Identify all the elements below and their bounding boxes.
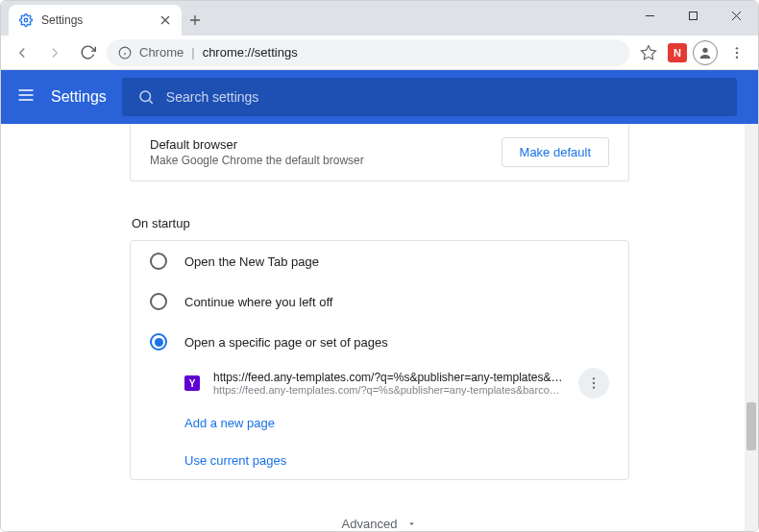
omnibox-chip: Chrome (139, 45, 184, 60)
radio-label: Open the New Tab page (184, 254, 319, 269)
forward-button[interactable] (41, 39, 68, 66)
add-new-page-link[interactable]: Add a new page (131, 404, 628, 442)
menu-button[interactable] (723, 39, 750, 66)
back-button[interactable] (9, 39, 36, 66)
settings-header: Settings (1, 70, 758, 124)
address-bar: Chrome | chrome://settings N (1, 36, 758, 70)
advanced-label: Advanced (342, 517, 398, 531)
svg-point-6 (702, 47, 707, 52)
scrollbar-thumb[interactable] (747, 402, 756, 450)
more-actions-button[interactable] (578, 368, 609, 399)
info-icon (118, 46, 132, 60)
close-icon[interactable] (159, 13, 172, 27)
profile-button[interactable] (693, 40, 718, 65)
advanced-toggle[interactable]: Advanced (130, 499, 629, 532)
close-window-button[interactable] (715, 1, 758, 30)
page-title: Settings (51, 88, 107, 106)
svg-marker-5 (642, 45, 656, 59)
svg-point-17 (593, 387, 595, 389)
radio-icon-selected (150, 333, 167, 351)
window-controls (628, 1, 758, 30)
new-tab-button[interactable] (182, 7, 208, 34)
page-url-main: https://feed.any-templates.com/?q=%s&pub… (213, 371, 565, 384)
reload-button[interactable] (74, 39, 101, 66)
startup-option-new-tab[interactable]: Open the New Tab page (131, 241, 628, 281)
extension-icon[interactable]: N (668, 43, 687, 62)
startup-section-title: On startup (132, 216, 631, 230)
radio-icon (150, 253, 167, 270)
chevron-down-icon (406, 519, 417, 529)
browser-tab[interactable]: Settings (9, 5, 182, 36)
svg-point-13 (140, 91, 151, 102)
omnibox[interactable]: Chrome | chrome://settings (107, 39, 629, 66)
svg-point-16 (593, 382, 595, 384)
startup-card: Open the New Tab page Continue where you… (130, 240, 629, 480)
default-browser-subtitle: Make Google Chrome the default browser (150, 154, 502, 167)
svg-point-8 (736, 51, 738, 53)
radio-icon (150, 293, 167, 310)
bookmark-button[interactable] (635, 39, 662, 66)
radio-label: Open a specific page or set of pages (184, 335, 388, 350)
omnibox-separator: | (191, 45, 194, 60)
svg-line-14 (149, 100, 152, 103)
startup-page-entry: Y https://feed.any-templates.com/?q=%s&p… (131, 362, 628, 404)
svg-point-0 (24, 18, 28, 22)
page-url-sub: https://feed.any-templates.com/?q=%s&pub… (213, 384, 565, 396)
svg-point-9 (736, 56, 738, 58)
svg-rect-1 (690, 12, 698, 19)
startup-option-specific-page[interactable]: Open a specific page or set of pages (131, 322, 628, 362)
search-icon (137, 88, 155, 106)
content-area: Default browser Make Google Chrome the d… (1, 124, 758, 532)
hamburger-icon[interactable] (16, 85, 36, 109)
startup-option-continue[interactable]: Continue where you left off (131, 281, 628, 322)
tab-title: Settings (41, 13, 151, 27)
radio-label: Continue where you left off (184, 295, 332, 309)
omnibox-url: chrome://settings (203, 45, 298, 60)
default-browser-card: Default browser Make Google Chrome the d… (130, 124, 629, 181)
settings-icon (18, 12, 34, 28)
search-box[interactable] (122, 78, 737, 116)
svg-point-15 (593, 377, 595, 379)
window-titlebar: Settings (1, 1, 758, 36)
scrollbar[interactable] (745, 124, 758, 532)
use-current-pages-link[interactable]: Use current pages (131, 442, 628, 479)
favicon-icon: Y (184, 375, 200, 391)
search-input[interactable] (166, 89, 722, 105)
make-default-button[interactable]: Make default (502, 137, 609, 167)
minimize-button[interactable] (628, 1, 672, 30)
default-browser-title: Default browser (150, 137, 502, 152)
maximize-button[interactable] (672, 1, 715, 30)
svg-point-7 (736, 47, 738, 49)
